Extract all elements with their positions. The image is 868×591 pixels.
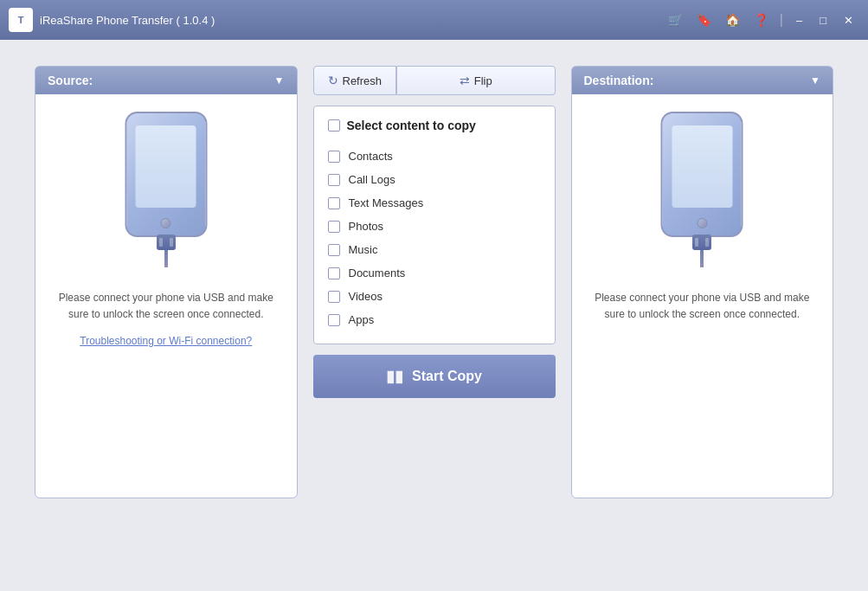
source-panel-body: Please connect your phone via USB and ma… (35, 94, 297, 498)
checkbox-3[interactable] (328, 221, 340, 233)
checkbox-item[interactable]: Call Logs (328, 168, 541, 191)
checkbox-list: Contacts Call Logs Text Messages Photos … (328, 145, 541, 331)
titlebar-controls: 🛒 🔖 🏠 ❓ | – □ ✕ (664, 11, 859, 29)
destination-phone-home-btn (697, 218, 707, 228)
destination-panel-body: Please connect your phone via USB and ma… (572, 94, 833, 498)
source-phone-screen (136, 125, 196, 208)
checkbox-1[interactable] (328, 174, 340, 186)
titlebar: T iReaShare Phone Transfer ( 1.0.4 ) 🛒 🔖… (0, 0, 868, 40)
refresh-label: Refresh (343, 74, 383, 87)
source-panel: Source: ▼ Please connect your phone via … (35, 66, 298, 498)
question-icon[interactable]: ❓ (749, 11, 773, 29)
bookmark-icon[interactable]: 🔖 (692, 11, 716, 29)
checkbox-label-6: Videos (349, 290, 383, 303)
start-copy-label: Start Copy (412, 369, 482, 384)
flip-button[interactable]: ⇄ Flip (396, 66, 555, 95)
checkbox-4[interactable] (328, 244, 340, 256)
separator: | (780, 12, 783, 28)
destination-usb-cable (700, 250, 704, 267)
checkbox-2[interactable] (328, 197, 340, 209)
checkbox-label-7: Apps (349, 313, 375, 326)
app-title: iReaShare Phone Transfer ( 1.0.4 ) (40, 14, 664, 27)
checkbox-item[interactable]: Contacts (328, 145, 541, 168)
maximize-button[interactable]: □ (813, 12, 833, 29)
checkbox-item[interactable]: Music (328, 238, 541, 261)
destination-device-message: Please connect your phone via USB and ma… (585, 290, 820, 323)
checkbox-7[interactable] (328, 314, 340, 326)
source-panel-header: Source: ▼ (35, 67, 297, 94)
minimize-button[interactable]: – (790, 12, 808, 29)
close-button[interactable]: ✕ (838, 12, 859, 29)
source-troubleshoot-link[interactable]: Troubleshooting or Wi-Fi connection? (80, 335, 252, 347)
flip-label: Flip (474, 74, 492, 87)
destination-dropdown-arrow[interactable]: ▼ (810, 74, 820, 87)
destination-usb-head (692, 234, 711, 250)
refresh-icon: ↻ (328, 74, 338, 87)
main-content: Source: ▼ Please connect your phone via … (0, 40, 868, 524)
source-phone-home-btn (161, 218, 171, 228)
content-select-box: Select content to copy Contacts Call Log… (313, 106, 556, 344)
destination-usb-connector (692, 234, 711, 267)
source-device-message: Please connect your phone via USB and ma… (48, 290, 284, 323)
checkbox-item[interactable]: Apps (328, 308, 541, 331)
checkbox-item[interactable]: Videos (328, 285, 541, 308)
checkbox-item[interactable]: Documents (328, 261, 541, 285)
middle-panel: ↻ Refresh ⇄ Flip Select content to copy … (313, 66, 556, 398)
flip-icon: ⇄ (460, 74, 470, 87)
destination-panel-header: Destination: ▼ (572, 67, 833, 94)
checkbox-label-0: Contacts (349, 150, 393, 163)
checkbox-label-4: Music (349, 243, 378, 256)
content-select-header: Select content to copy (328, 119, 541, 132)
checkbox-6[interactable] (328, 291, 340, 303)
source-usb-connector (157, 234, 176, 267)
checkbox-label-2: Text Messages (349, 196, 424, 209)
copy-icon: ▮▮ (386, 367, 403, 386)
destination-phone-illustration (650, 112, 754, 267)
destination-label: Destination: (584, 74, 654, 87)
checkbox-item[interactable]: Photos (328, 215, 541, 238)
checkbox-item[interactable]: Text Messages (328, 191, 541, 215)
refresh-button[interactable]: ↻ Refresh (313, 66, 397, 95)
app-logo: T (9, 8, 33, 32)
destination-phone-body (661, 112, 743, 237)
toolbar: ↻ Refresh ⇄ Flip (313, 66, 556, 95)
destination-phone-screen (672, 125, 732, 208)
checkbox-5[interactable] (328, 267, 340, 279)
checkbox-0[interactable] (328, 151, 340, 163)
start-copy-button[interactable]: ▮▮ Start Copy (313, 355, 556, 398)
checkbox-label-3: Photos (349, 220, 383, 233)
cart-icon[interactable]: 🛒 (664, 11, 687, 29)
source-usb-cable (164, 250, 168, 267)
source-label: Source: (48, 74, 93, 87)
source-phone-illustration (114, 112, 218, 267)
source-dropdown-arrow[interactable]: ▼ (274, 74, 285, 87)
select-all-label: Select content to copy (347, 119, 476, 132)
checkbox-label-5: Documents (349, 267, 406, 279)
source-usb-head (157, 234, 176, 250)
checkbox-label-1: Call Logs (349, 173, 395, 186)
source-phone-body (125, 112, 207, 237)
destination-panel: Destination: ▼ Please connect your phone… (571, 66, 834, 498)
home-icon[interactable]: 🏠 (721, 11, 744, 29)
select-all-checkbox[interactable] (328, 119, 340, 132)
